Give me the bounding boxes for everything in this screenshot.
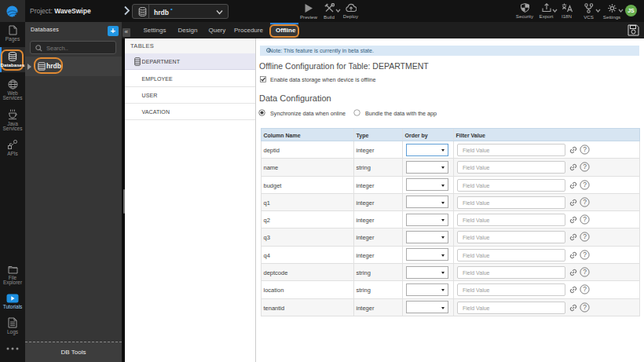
svg-text:?: ? (583, 250, 587, 258)
svg-text:?: ? (583, 215, 587, 223)
svg-text:?: ? (583, 233, 587, 241)
svg-text:?: ? (583, 181, 587, 188)
svg-text:?: ? (583, 145, 587, 153)
svg-text:?: ? (583, 198, 587, 206)
svg-text:?: ? (583, 286, 587, 294)
svg-text:?: ? (583, 303, 587, 311)
svg-text:?: ? (583, 163, 587, 171)
svg-text:?: ? (583, 268, 587, 276)
